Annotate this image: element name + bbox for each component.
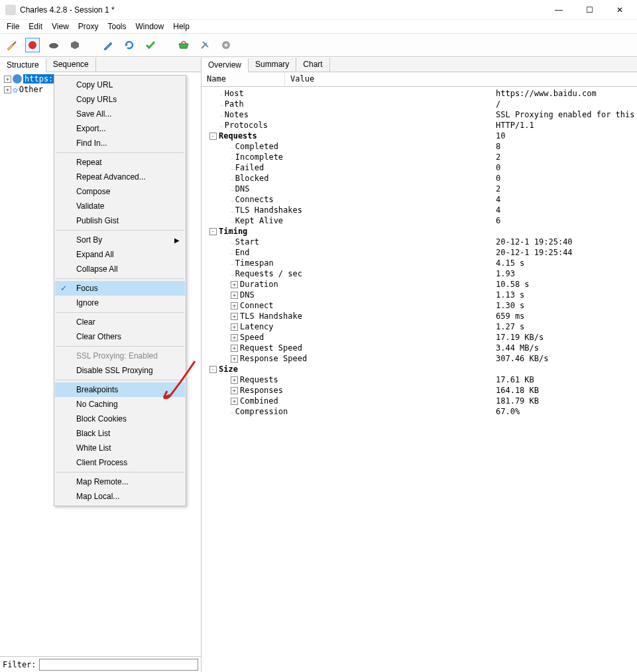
overview-row[interactable]: +Duration10.58 s: [204, 279, 634, 290]
gear-icon[interactable]: [219, 38, 233, 52]
turtle-icon[interactable]: [46, 38, 61, 52]
plus-icon[interactable]: +: [231, 387, 238, 394]
minus-icon[interactable]: -: [209, 133, 217, 140]
minus-icon[interactable]: -: [209, 366, 217, 373]
pencil-icon[interactable]: [101, 38, 115, 52]
ctx-publish-gist[interactable]: Publish Gist: [55, 213, 185, 228]
overview-row[interactable]: …Path/: [204, 99, 634, 109]
ctx-save-all[interactable]: Save All...: [55, 107, 185, 121]
plus-icon[interactable]: +: [231, 323, 238, 331]
ctx-copy-url[interactable]: Copy URL: [55, 78, 185, 92]
overview-row[interactable]: …End20-12-1 19:25:44: [204, 247, 634, 258]
plus-icon[interactable]: +: [231, 281, 238, 288]
ctx-sort-by[interactable]: Sort By▶: [55, 233, 185, 247]
ctx-map-remote[interactable]: Map Remote...: [55, 475, 185, 489]
overview-row[interactable]: -Requests10: [204, 131, 634, 141]
close-button[interactable]: ✕: [610, 5, 629, 15]
ctx-copy-urls[interactable]: Copy URLs: [55, 92, 185, 107]
ctx-find-in[interactable]: Find In...: [55, 136, 185, 150]
menu-view[interactable]: View: [48, 21, 73, 32]
overview-row[interactable]: …TLS Handshakes4: [204, 205, 634, 215]
ctx-map-local[interactable]: Map Local...: [55, 489, 185, 504]
minimize-button[interactable]: —: [550, 5, 568, 15]
overview-row[interactable]: +TLS Handshake659 ms: [204, 311, 634, 321]
ctx-focus[interactable]: ✓Focus: [55, 281, 185, 296]
basket-icon[interactable]: [176, 38, 191, 52]
plus-icon[interactable]: +: [231, 292, 238, 299]
ctx-expand-all[interactable]: Expand All: [55, 247, 185, 262]
ctx-repeat[interactable]: Repeat: [55, 155, 185, 170]
maximize-button[interactable]: ☐: [580, 5, 599, 15]
overview-row[interactable]: +Latency1.27 s: [204, 321, 634, 332]
overview-row[interactable]: +Request Speed3.44 MB/s: [204, 343, 634, 353]
minus-icon[interactable]: -: [209, 228, 217, 235]
ctx-client-process[interactable]: Client Process: [55, 455, 185, 470]
overview-row[interactable]: -Timing: [204, 226, 634, 237]
tab-overview[interactable]: Overview: [202, 58, 249, 72]
plus-icon[interactable]: +: [4, 76, 11, 83]
ctx-validate[interactable]: Validate: [55, 199, 185, 213]
ctx-breakpoints[interactable]: Breakpoints: [55, 382, 185, 397]
plus-icon[interactable]: +: [231, 345, 238, 352]
ctx-collapse-all[interactable]: Collapse All: [55, 262, 185, 276]
menu-proxy[interactable]: Proxy: [74, 21, 103, 32]
overview-row[interactable]: …ProtocolsHTTP/1.1: [204, 120, 634, 131]
overview-row[interactable]: +Combined181.79 KB: [204, 396, 634, 406]
ctx-block-cookies[interactable]: Block Cookies: [55, 412, 185, 426]
plus-icon[interactable]: +: [231, 355, 238, 363]
overview-row[interactable]: +DNS1.13 s: [204, 290, 634, 300]
overview-row[interactable]: +Response Speed307.46 KB/s: [204, 353, 634, 364]
tab-summary[interactable]: Summary: [249, 58, 296, 72]
overview-row[interactable]: …Start20-12-1 19:25:40: [204, 237, 634, 247]
overview-row[interactable]: …Compression67.0%: [204, 406, 634, 417]
overview-row[interactable]: …NotesSSL Proxying enabled for this host: [204, 109, 634, 120]
record-icon[interactable]: [25, 38, 40, 52]
menu-edit[interactable]: Edit: [25, 21, 46, 32]
col-name[interactable]: Name: [202, 72, 285, 86]
menu-window[interactable]: Window: [132, 21, 168, 32]
overview-row[interactable]: …DNS2: [204, 184, 634, 194]
tools-icon[interactable]: [198, 38, 212, 52]
overview-row[interactable]: +Connect1.30 s: [204, 300, 634, 311]
overview-row[interactable]: …Kept Alive6: [204, 215, 634, 226]
ctx-disable-ssl-proxying[interactable]: Disable SSL Proxying: [55, 363, 185, 378]
refresh-icon[interactable]: [122, 38, 137, 52]
plus-icon[interactable]: +: [231, 398, 238, 405]
tab-structure[interactable]: Structure: [0, 58, 46, 72]
ctx-white-list[interactable]: White List: [55, 441, 185, 455]
overview-row[interactable]: …Timespan4.15 s: [204, 258, 634, 268]
broom-icon[interactable]: [4, 38, 19, 52]
overview-row[interactable]: -Size: [204, 364, 634, 374]
overview-row[interactable]: +Speed17.19 KB/s: [204, 332, 634, 343]
tab-chart[interactable]: Chart: [296, 58, 329, 72]
overview-row[interactable]: …Failed0: [204, 162, 634, 173]
overview-row[interactable]: +Responses164.18 KB: [204, 385, 634, 396]
overview-row[interactable]: …Incomplete2: [204, 152, 634, 162]
ctx-clear[interactable]: Clear: [55, 315, 185, 329]
ctx-ignore[interactable]: Ignore: [55, 296, 185, 310]
overview-row[interactable]: …Requests / sec1.93: [204, 268, 634, 279]
plus-icon[interactable]: +: [231, 334, 238, 341]
plus-icon[interactable]: +: [231, 313, 238, 320]
ctx-no-caching[interactable]: No Caching: [55, 397, 185, 412]
ctx-compose[interactable]: Compose: [55, 184, 185, 199]
menu-help[interactable]: Help: [169, 21, 194, 32]
tab-sequence[interactable]: Sequence: [46, 58, 96, 72]
col-value[interactable]: Value: [285, 72, 319, 86]
menu-file[interactable]: File: [3, 21, 23, 32]
plus-icon[interactable]: +: [4, 86, 11, 93]
overview-row[interactable]: …Completed8: [204, 141, 634, 152]
check-icon[interactable]: [143, 38, 158, 52]
hexagon-icon[interactable]: [68, 38, 82, 52]
filter-input[interactable]: [39, 659, 198, 671]
ctx-repeat-advanced[interactable]: Repeat Advanced...: [55, 170, 185, 184]
ctx-black-list[interactable]: Black List: [55, 426, 185, 441]
overview-row[interactable]: …Blocked0: [204, 173, 634, 184]
overview-row[interactable]: …Hosthttps://www.baidu.com: [204, 88, 634, 99]
ctx-export[interactable]: Export...: [55, 121, 185, 136]
plus-icon[interactable]: +: [231, 302, 238, 309]
overview-row[interactable]: …Connects4: [204, 194, 634, 205]
menu-tools[interactable]: Tools: [104, 21, 131, 32]
plus-icon[interactable]: +: [231, 376, 238, 384]
overview-row[interactable]: +Requests17.61 KB: [204, 374, 634, 385]
